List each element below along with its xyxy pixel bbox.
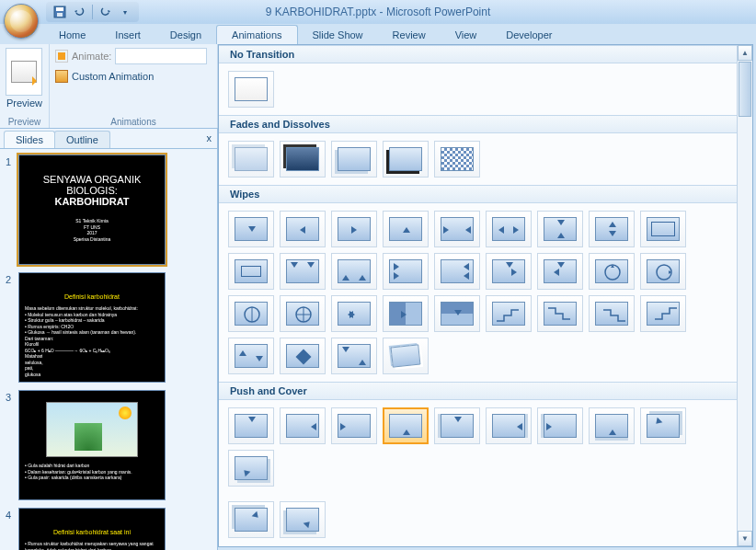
group-label-animations: Animations bbox=[50, 117, 217, 127]
transition-blinds-h[interactable] bbox=[280, 253, 326, 290]
tab-developer[interactable]: Developer bbox=[491, 26, 567, 44]
transition-uncover-r[interactable] bbox=[434, 295, 480, 332]
transition-split-vout[interactable] bbox=[228, 253, 274, 290]
slides-list: 1 SENYAWA ORGANIK BIOLOGIS:KARBOHIDRAT S… bbox=[0, 149, 217, 550]
preview-button[interactable] bbox=[6, 48, 42, 96]
redo-icon[interactable] bbox=[97, 4, 113, 20]
transition-cover-right[interactable] bbox=[537, 407, 583, 444]
transition-gallery: No Transition Fades and Dissolves Wipes bbox=[218, 44, 753, 547]
transition-checker-d[interactable] bbox=[434, 253, 480, 290]
office-button[interactable] bbox=[4, 4, 39, 39]
transition-push-right[interactable] bbox=[331, 407, 377, 444]
transition-box-out[interactable] bbox=[486, 211, 532, 247]
transition-push-up[interactable] bbox=[383, 407, 429, 444]
transition-strips-lu[interactable] bbox=[537, 295, 583, 332]
svg-rect-10 bbox=[296, 349, 312, 365]
gallery-header-push: Push and Cover bbox=[219, 382, 737, 400]
transition-cover-lu[interactable] bbox=[228, 450, 274, 487]
save-icon[interactable] bbox=[52, 4, 68, 20]
tab-home[interactable]: Home bbox=[44, 26, 100, 44]
transition-push-down[interactable] bbox=[228, 407, 274, 444]
transition-strips-rd[interactable] bbox=[589, 295, 635, 332]
transition-cover-down[interactable] bbox=[434, 407, 480, 444]
transition-wipe-down[interactable] bbox=[228, 211, 274, 247]
transition-shape-plus[interactable] bbox=[331, 338, 377, 374]
transition-fade[interactable] bbox=[228, 141, 274, 178]
transition-split-hin[interactable] bbox=[537, 211, 583, 247]
gallery-header-fades: Fades and Dissolves bbox=[219, 115, 737, 133]
custom-animation-icon bbox=[55, 70, 68, 83]
slide-number: 2 bbox=[6, 272, 15, 383]
panel-tab-outline[interactable]: Outline bbox=[54, 131, 110, 148]
slide-number: 4 bbox=[6, 508, 15, 550]
transition-none[interactable] bbox=[228, 71, 274, 108]
slide-thumbnail-1[interactable]: SENYAWA ORGANIK BIOLOGIS:KARBOHIDRAT S1 … bbox=[18, 155, 166, 265]
transition-wipe-up[interactable] bbox=[383, 211, 429, 247]
qat-dropdown-icon[interactable]: ▾ bbox=[117, 4, 133, 20]
transition-wheel-1[interactable] bbox=[228, 295, 274, 332]
transition-dissolve[interactable] bbox=[434, 141, 480, 178]
transition-cover-up[interactable] bbox=[589, 407, 635, 444]
slide-number: 1 bbox=[6, 155, 15, 265]
transition-fade-smooth[interactable] bbox=[331, 141, 377, 178]
transition-checker-a[interactable] bbox=[383, 253, 429, 290]
transition-wipe-right[interactable] bbox=[331, 211, 377, 247]
transition-wipe-left[interactable] bbox=[280, 211, 326, 247]
tab-insert[interactable]: Insert bbox=[100, 26, 155, 44]
tab-design[interactable]: Design bbox=[155, 26, 216, 44]
transition-uncover-d[interactable] bbox=[331, 295, 377, 332]
scroll-down-icon[interactable]: ▼ bbox=[738, 531, 752, 546]
transition-wheel-2[interactable] bbox=[280, 295, 326, 332]
separator bbox=[92, 5, 93, 19]
group-label-preview: Preview bbox=[0, 117, 49, 127]
transition-push-left[interactable] bbox=[280, 407, 326, 444]
gallery-scrollbar[interactable]: ▲ ▼ bbox=[737, 45, 752, 546]
tab-review[interactable]: Review bbox=[378, 26, 441, 44]
transition-shape-diamond[interactable] bbox=[280, 338, 326, 374]
transition-blinds-v[interactable] bbox=[331, 253, 377, 290]
transition-comb-h[interactable] bbox=[486, 253, 532, 290]
slide-thumbnail-3[interactable]: • Gula adalah hidrat dari karbon • Dalam… bbox=[18, 390, 166, 500]
animate-select[interactable] bbox=[115, 48, 207, 64]
animate-label: Animate: bbox=[72, 51, 111, 62]
transition-strips-ld[interactable] bbox=[486, 295, 532, 332]
transition-strips-ru[interactable] bbox=[640, 295, 686, 332]
transition-shape-circle[interactable] bbox=[228, 338, 274, 374]
slide-number: 3 bbox=[6, 390, 15, 500]
quick-access-toolbar: ▾ bbox=[46, 2, 139, 22]
svg-rect-2 bbox=[57, 13, 63, 17]
tab-slideshow[interactable]: Slide Show bbox=[298, 26, 378, 44]
window-title: 9 KARBOHIDRAT.pptx - Microsoft PowerPoin… bbox=[266, 6, 491, 18]
transition-cover-ru[interactable] bbox=[280, 501, 326, 538]
slide-thumbnail-2[interactable]: Definisi karbohidrat Masa sebelum ditemu… bbox=[18, 272, 166, 383]
custom-animation-label: Custom Animation bbox=[72, 71, 154, 82]
slide-thumbnail-4[interactable]: Definisi karbohidrat saat ini • Rumus st… bbox=[18, 508, 166, 550]
transition-cover-ld[interactable] bbox=[640, 407, 686, 444]
gallery-header-none: No Transition bbox=[219, 45, 737, 63]
transition-uncover-l[interactable] bbox=[383, 295, 429, 332]
preview-label: Preview bbox=[6, 97, 43, 109]
scroll-thumb[interactable] bbox=[739, 62, 751, 117]
panel-close-icon[interactable]: x bbox=[207, 132, 212, 143]
transition-cover-left[interactable] bbox=[486, 407, 532, 444]
transition-fade-through[interactable] bbox=[383, 141, 429, 178]
transition-split-vin[interactable] bbox=[640, 211, 686, 247]
animate-icon bbox=[55, 50, 68, 63]
gallery-header-wipes: Wipes bbox=[219, 185, 737, 203]
transition-random-bars[interactable] bbox=[383, 338, 429, 374]
transition-clock[interactable] bbox=[640, 253, 686, 290]
transition-box-in[interactable] bbox=[434, 211, 480, 247]
scroll-up-icon[interactable]: ▲ bbox=[738, 45, 752, 61]
tab-view[interactable]: View bbox=[441, 26, 492, 44]
ribbon-tabs: Home Insert Design Animations Slide Show… bbox=[0, 24, 756, 44]
panel-tab-slides[interactable]: Slides bbox=[4, 131, 55, 148]
transition-split-hout[interactable] bbox=[589, 211, 635, 247]
tab-animations[interactable]: Animations bbox=[216, 25, 297, 44]
transition-wedge[interactable] bbox=[589, 253, 635, 290]
undo-icon[interactable] bbox=[72, 4, 88, 20]
transition-cover-rd[interactable] bbox=[228, 501, 274, 538]
scroll-track[interactable] bbox=[738, 61, 752, 531]
custom-animation-button[interactable]: Custom Animation bbox=[55, 70, 212, 83]
transition-comb-v[interactable] bbox=[537, 253, 583, 290]
transition-fade-black[interactable] bbox=[280, 141, 326, 178]
